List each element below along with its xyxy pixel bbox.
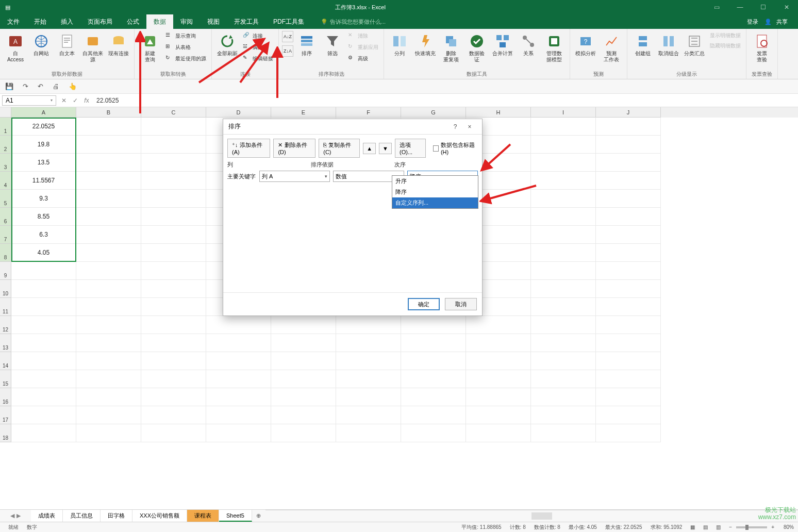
view-pagelayout-icon[interactable]: ▤ [703, 524, 708, 530]
from-access-button[interactable]: A自 Access [3, 31, 28, 65]
tab-pagelayout[interactable]: 页面布局 [80, 14, 120, 29]
zoom-in-button[interactable]: + [771, 524, 774, 530]
row-header[interactable]: 11 [0, 298, 11, 316]
cell[interactable] [596, 154, 661, 172]
new-query-button[interactable]: 新建 查询 [138, 31, 162, 65]
cell[interactable] [466, 370, 531, 388]
cell[interactable] [531, 352, 596, 370]
cell[interactable] [11, 334, 76, 352]
header-checkbox[interactable]: 数据包含标题(H) [433, 141, 478, 155]
cell[interactable] [206, 316, 271, 334]
cell[interactable] [466, 316, 531, 334]
cell[interactable] [336, 334, 401, 352]
cell[interactable] [141, 424, 206, 442]
sort-az-button[interactable]: A↓Z [282, 31, 293, 42]
cell[interactable] [11, 262, 76, 280]
cell[interactable]: 9.3 [11, 190, 76, 208]
data-model-button[interactable]: 管理数 据模型 [542, 31, 567, 65]
cell[interactable] [206, 424, 271, 442]
move-up-button[interactable]: ▲ [363, 143, 376, 154]
cell[interactable] [141, 154, 206, 172]
cell[interactable] [401, 388, 466, 406]
view-pagebreak-icon[interactable]: ▥ [716, 524, 721, 530]
cell[interactable] [531, 208, 596, 226]
cell[interactable] [531, 280, 596, 298]
cell[interactable] [531, 334, 596, 352]
cell[interactable] [76, 226, 141, 244]
fx-icon[interactable]: fx [81, 97, 92, 104]
cell[interactable] [271, 388, 336, 406]
cell[interactable] [336, 406, 401, 424]
cell[interactable] [141, 406, 206, 424]
cell[interactable] [596, 334, 661, 352]
cell[interactable] [596, 118, 661, 136]
cell[interactable] [141, 136, 206, 154]
cell[interactable] [596, 280, 661, 298]
row-header[interactable]: 15 [0, 370, 11, 388]
cell[interactable] [76, 154, 141, 172]
relationships-button[interactable]: 关系 [516, 31, 541, 59]
cell[interactable] [336, 388, 401, 406]
row-header[interactable]: 2 [0, 136, 11, 154]
cell[interactable] [466, 334, 531, 352]
row-header[interactable]: 1 [0, 118, 11, 136]
cell[interactable] [141, 298, 206, 316]
cell[interactable]: 13.5 [11, 154, 76, 172]
select-all-corner[interactable] [0, 107, 11, 118]
cell[interactable] [76, 244, 141, 262]
options-button[interactable]: 选项(O)... [395, 139, 426, 158]
tab-home[interactable]: 开始 [27, 14, 54, 29]
dialog-close-button[interactable]: × [462, 123, 477, 130]
properties-button[interactable]: ☱属性 [241, 42, 275, 53]
hscroll-thumb[interactable] [531, 512, 552, 520]
formula-input[interactable]: 22.0525 [92, 96, 798, 105]
cell[interactable] [76, 262, 141, 280]
show-queries-button[interactable]: ☰显示查询 [163, 31, 208, 41]
cell[interactable] [271, 352, 336, 370]
remove-duplicates-button[interactable]: 删除 重复项 [439, 31, 463, 65]
sort-column-dropdown[interactable]: 列 A [259, 171, 330, 182]
filter-button[interactable]: 筛选 [320, 31, 345, 59]
row-header[interactable]: 10 [0, 280, 11, 298]
system-menu-icon[interactable]: ▤ [0, 4, 15, 11]
minimize-button[interactable]: — [728, 4, 752, 11]
zoom-out-button[interactable]: − [729, 524, 732, 530]
col-header[interactable]: B [76, 107, 141, 118]
cell[interactable] [76, 280, 141, 298]
cell[interactable] [11, 424, 76, 442]
cell[interactable] [141, 334, 206, 352]
consolidate-button[interactable]: 合并计算 [490, 31, 515, 59]
cell[interactable] [596, 208, 661, 226]
cell[interactable] [596, 316, 661, 334]
cell[interactable] [401, 370, 466, 388]
sort-button[interactable]: 排序 [294, 31, 319, 59]
cell[interactable] [596, 262, 661, 280]
from-web-button[interactable]: 自网站 [29, 31, 54, 59]
cell[interactable] [596, 370, 661, 388]
row-header[interactable]: 12 [0, 316, 11, 334]
cell[interactable] [531, 406, 596, 424]
sheet-tab[interactable]: XXX公司销售额 [132, 510, 187, 522]
dropdown-option-asc[interactable]: 升序 [392, 176, 478, 187]
cell[interactable] [11, 316, 76, 334]
col-header[interactable]: A [11, 107, 76, 118]
cell[interactable] [596, 190, 661, 208]
tab-data[interactable]: 数据 [146, 14, 173, 29]
cell[interactable] [11, 352, 76, 370]
cell[interactable] [206, 406, 271, 424]
cell[interactable]: 6.3 [11, 226, 76, 244]
dialog-help-button[interactable]: ? [448, 123, 462, 130]
cell[interactable]: 11.5567 [11, 172, 76, 190]
name-box[interactable]: A1 [2, 95, 56, 106]
copy-level-button[interactable]: ⎘ 复制条件(C) [319, 139, 360, 158]
cell[interactable] [141, 316, 206, 334]
cell[interactable] [206, 370, 271, 388]
cell[interactable] [76, 316, 141, 334]
cell[interactable] [141, 208, 206, 226]
cell[interactable]: 4.05 [11, 244, 76, 262]
cell[interactable] [76, 370, 141, 388]
sort-za-button[interactable]: Z↓A [282, 45, 293, 57]
from-text-button[interactable]: 自文本 [55, 31, 79, 59]
cell[interactable] [76, 118, 141, 136]
cell[interactable] [76, 424, 141, 442]
